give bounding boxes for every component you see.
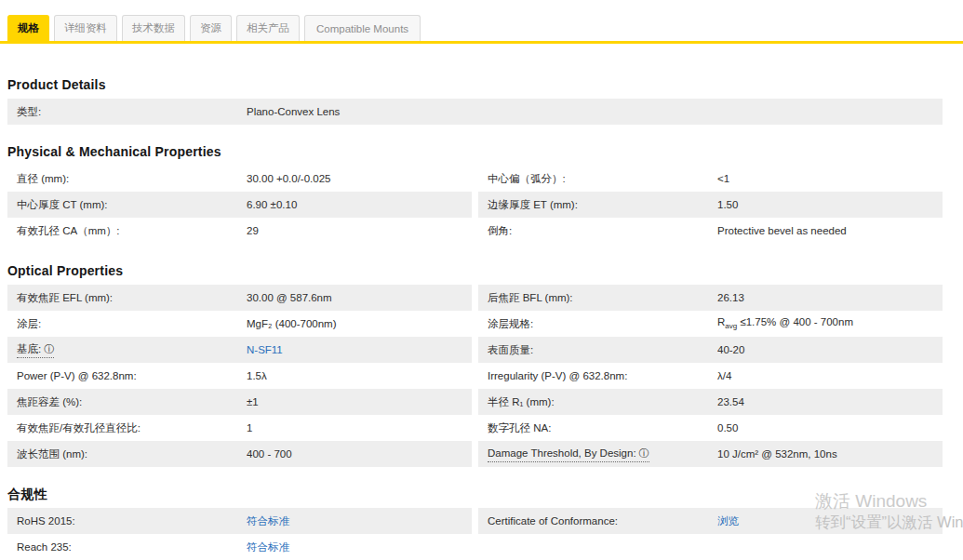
spec-label-power: Power (P-V) @ 632.8nm:: [7, 370, 247, 381]
spec-content: Product Details 类型: Plano-Convex Lens Ph…: [0, 78, 963, 560]
table-row: 直径 (mm): 30.00 +0.0/-0.025: [7, 166, 472, 192]
table-row: 涂层规格: Ravg ≤1.75% @ 400 - 700nm: [478, 311, 943, 337]
table-row: Certificate of Conformance: 浏览: [478, 508, 943, 534]
spec-value-radius-r1: 23.54: [717, 396, 943, 407]
table-row: Power (P-V) @ 632.8nm: 1.5λ: [7, 363, 472, 389]
table-row: 有效孔径 CA（mm）: 29: [7, 218, 472, 244]
table-row: 基底:ⓘ N-SF11: [7, 337, 472, 363]
spec-label-bevel: 倒角:: [478, 224, 717, 238]
section-heading-product-details: Product Details: [7, 78, 943, 92]
optical-left-column: 有效焦距 EFL (mm): 30.00 @ 587.6nm 涂层: MgF₂ …: [7, 285, 472, 467]
spec-value-centering: <1: [717, 173, 943, 184]
tab-technical-data[interactable]: 技术数据: [122, 15, 185, 41]
table-row: 数字孔径 NA: 0.50: [478, 415, 943, 441]
spec-label-focal-length-tolerance: 焦距容差 (%):: [7, 395, 247, 409]
spec-value-focal-length-tolerance: ±1: [247, 396, 472, 407]
spec-value-coating-spec: Ravg ≤1.75% @ 400 - 700nm: [717, 316, 943, 330]
spec-value-diameter: 30.00 +0.0/-0.025: [247, 173, 472, 184]
spec-label-rohs: RoHS 2015:: [7, 515, 247, 527]
product-details-table: 类型: Plano-Convex Lens: [7, 99, 943, 125]
table-row: 有效焦距/有效孔径直径比: 1: [7, 415, 472, 441]
spec-value-bfl: 26.13: [717, 292, 943, 303]
compliance-right-column: Certificate of Conformance: 浏览: [478, 508, 943, 560]
spec-label-irregularity: Irregularity (P-V) @ 632.8nm:: [478, 370, 717, 381]
table-row: 类型: Plano-Convex Lens: [7, 99, 943, 125]
table-row: 焦距容差 (%): ±1: [7, 389, 472, 415]
table-row: 有效焦距 EFL (mm): 30.00 @ 587.6nm: [7, 285, 472, 311]
compliance-left-column: RoHS 2015: 符合标准 Reach 235: 符合标准: [7, 508, 472, 560]
spec-value-f-number: 1: [247, 422, 472, 433]
spec-value-power: 1.5λ: [247, 370, 472, 381]
certificate-view-link[interactable]: 浏览: [717, 515, 739, 527]
table-row: Damage Threshold, By Design:ⓘ 10 J/cm² @…: [478, 441, 943, 467]
spec-value-type: Plano-Convex Lens: [247, 106, 943, 117]
physical-table: 直径 (mm): 30.00 +0.0/-0.025 中心厚度 CT (mm):…: [7, 166, 943, 244]
tab-details[interactable]: 详细资料: [54, 15, 117, 41]
table-row: 涂层: MgF₂ (400-700nm): [7, 311, 472, 337]
substrate-link[interactable]: N-SF11: [247, 344, 283, 355]
section-heading-compliance: 合规性: [7, 487, 943, 501]
spec-label-reach: Reach 235:: [7, 541, 247, 553]
spec-value-coating: MgF₂ (400-700nm): [247, 318, 472, 329]
tab-specs[interactable]: 规格: [7, 15, 49, 41]
spec-label-wavelength-range: 波长范围 (nm):: [7, 447, 247, 461]
compliance-table: RoHS 2015: 符合标准 Reach 235: 符合标准 Certific…: [7, 508, 943, 560]
table-row: 边缘厚度 ET (mm): 1.50: [478, 192, 943, 218]
spec-value-efl: 30.00 @ 587.6nm: [247, 292, 472, 303]
table-row: 中心偏（弧分）: <1: [478, 166, 943, 192]
spec-label-edge-thickness: 边缘厚度 ET (mm):: [478, 198, 717, 212]
spec-label-substrate: 基底:ⓘ: [7, 342, 247, 358]
table-row: 表面质量: 40-20: [478, 337, 943, 363]
physical-left-column: 直径 (mm): 30.00 +0.0/-0.025 中心厚度 CT (mm):…: [7, 166, 472, 244]
info-icon[interactable]: ⓘ: [44, 343, 54, 354]
spec-label-clear-aperture: 有效孔径 CA（mm）:: [7, 224, 247, 238]
spec-label-radius-r1: 半径 R₁ (mm):: [478, 395, 717, 409]
table-row: 中心厚度 CT (mm): 6.90 ±0.10: [7, 192, 472, 218]
table-row: 半径 R₁ (mm): 23.54: [478, 389, 943, 415]
substrate-label-text: 基底:: [17, 343, 41, 354]
spec-label-coating: 涂层:: [7, 317, 247, 331]
spec-label-coating-spec: 涂层规格:: [478, 317, 717, 331]
spec-label-certificate: Certificate of Conformance:: [478, 515, 717, 527]
spec-label-numerical-aperture: 数字孔径 NA:: [478, 421, 717, 435]
section-heading-optical: Optical Properties: [7, 264, 943, 278]
section-heading-physical: Physical & Mechanical Properties: [7, 145, 943, 159]
spec-value-numerical-aperture: 0.50: [717, 422, 943, 433]
spec-label-center-thickness: 中心厚度 CT (mm):: [7, 198, 247, 212]
table-row: 后焦距 BFL (mm): 26.13: [478, 285, 943, 311]
rohs-compliant-link[interactable]: 符合标准: [247, 515, 289, 527]
optical-table: 有效焦距 EFL (mm): 30.00 @ 587.6nm 涂层: MgF₂ …: [7, 285, 943, 467]
spec-value-surface-quality: 40-20: [717, 344, 943, 355]
spec-value-wavelength-range: 400 - 700: [247, 448, 472, 460]
spec-value-damage-threshold: 10 J/cm² @ 532nm, 10ns: [717, 448, 943, 460]
optical-right-column: 后焦距 BFL (mm): 26.13 涂层规格: Ravg ≤1.75% @ …: [478, 285, 943, 467]
spec-value-center-thickness: 6.90 ±0.10: [247, 199, 472, 210]
damage-threshold-label-text: Damage Threshold, By Design:: [488, 447, 636, 459]
spec-label-efl: 有效焦距 EFL (mm):: [7, 291, 247, 305]
tab-resources[interactable]: 资源: [190, 15, 232, 41]
tab-compatible-mounts[interactable]: Compatible Mounts: [304, 15, 421, 41]
spec-label-bfl: 后焦距 BFL (mm):: [478, 291, 717, 305]
physical-right-column: 中心偏（弧分）: <1 边缘厚度 ET (mm): 1.50 倒角: Prote…: [478, 166, 943, 244]
table-row: 波长范围 (nm): 400 - 700: [7, 441, 472, 467]
spec-label-damage-threshold: Damage Threshold, By Design:ⓘ: [478, 447, 717, 462]
tab-related-products[interactable]: 相关产品: [236, 15, 300, 41]
spec-label-type: 类型:: [7, 105, 247, 119]
table-row: Irregularity (P-V) @ 632.8nm: λ/4: [478, 363, 943, 389]
spec-label-diameter: 直径 (mm):: [7, 172, 247, 186]
spec-label-f-number: 有效焦距/有效孔径直径比:: [7, 421, 247, 435]
reach-compliant-link[interactable]: 符合标准: [247, 541, 289, 553]
spec-value-edge-thickness: 1.50: [717, 199, 943, 210]
spec-value-clear-aperture: 29: [247, 225, 472, 236]
spec-label-centering: 中心偏（弧分）:: [478, 172, 717, 186]
spec-value-bevel: Protective bevel as needed: [717, 225, 943, 236]
info-icon[interactable]: ⓘ: [639, 447, 649, 459]
table-row: 倒角: Protective bevel as needed: [478, 218, 943, 244]
table-row: Reach 235: 符合标准: [7, 534, 472, 560]
table-row: RoHS 2015: 符合标准: [7, 508, 472, 534]
spec-label-surface-quality: 表面质量:: [478, 343, 717, 357]
spec-value-irregularity: λ/4: [717, 370, 943, 381]
spec-tab-bar: 规格 详细资料 技术数据 资源 相关产品 Compatible Mounts: [0, 0, 963, 44]
